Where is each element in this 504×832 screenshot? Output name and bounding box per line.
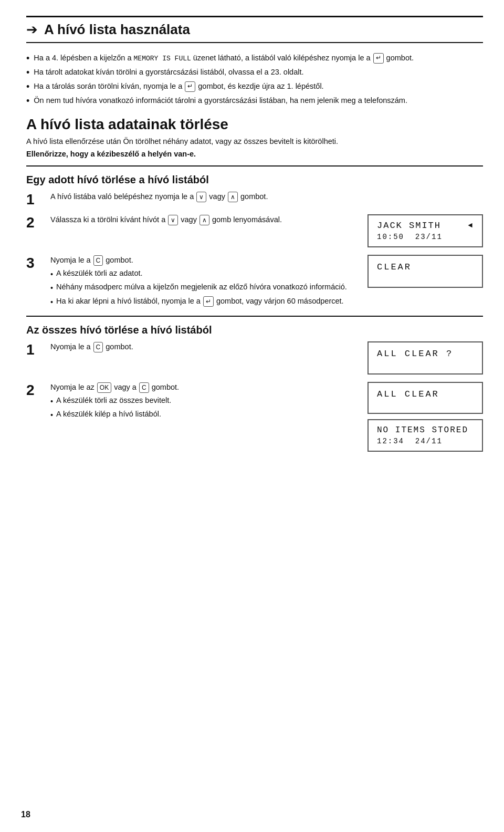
step-2-content: Válassza ki a törölni kívánt hívót a ∨ v…: [50, 214, 358, 226]
intro-bullet-2-text: Ha tárolt adatokat kíván törölni a gyors…: [34, 67, 303, 78]
page-title: A hívó lista használata: [44, 22, 190, 38]
step-3-content: Nyomja le a C gombot. • A készülék törli…: [50, 255, 358, 308]
step-1-content: A hívó listába való belépéshez nyomja le…: [50, 191, 483, 203]
all-step-2-content: Nyomja le az OK vagy a C gombot. • A kés…: [50, 382, 358, 421]
c-btn-all1: C: [93, 342, 103, 352]
subsection-all-heading: Az összes hívó törlése a hívó listából: [26, 324, 483, 336]
down-btn-s2: ∨: [168, 215, 178, 225]
ok-btn-all2: OK: [97, 382, 111, 393]
all-sub-bullet-2-1: • A készülék törli az összes bevitelt.: [50, 395, 358, 408]
single-step-2: 2 Válassza ki a törölni kívánt hívót a ∨…: [26, 214, 483, 247]
all-step-number-2: 2: [26, 383, 45, 398]
lcd-line1-jacksmith: JACK SMITH ◄: [377, 221, 474, 231]
lcd-allclear-text: ALL CLEAR: [377, 389, 439, 399]
up-btn-s2: ∧: [200, 215, 209, 225]
intro-bullet-4: • Ön nem tud hívóra vonatkozó információ…: [26, 95, 483, 107]
c-btn-s3: C: [93, 255, 103, 266]
lcd-jack-smith: JACK SMITH ◄ 10:50 23/11: [368, 214, 483, 247]
lcd-noitems-line1: NO ITEMS STORED: [377, 425, 474, 435]
intro-bullet-4-text: Ön nem tud hívóra vonatkozó információt …: [34, 95, 407, 106]
lcd-allclear-q: ALL CLEAR ?: [368, 341, 483, 375]
all-step-1-content: Nyomja le a C gombot.: [50, 341, 358, 353]
section-delete-para1: A hívó lista ellenőrzése után Ön törölhe…: [26, 136, 483, 148]
lcd-allclear: ALL CLEAR: [368, 382, 483, 414]
arrow-btn-s3: ↵: [203, 296, 214, 307]
arrow-btn-1: ↵: [373, 53, 384, 63]
sub-bullet-3-1: • A készülék törli az adatot.: [50, 268, 358, 280]
all-sub-dot-2-1: •: [50, 396, 53, 408]
sub-bullet-3-3: • Ha ki akar lépni a hívó listából, nyom…: [50, 296, 358, 308]
bullet-icon-1: •: [26, 53, 29, 64]
sub-bullet-dot-3-1: •: [50, 269, 53, 280]
intro-bullet-3: • Ha a tárolás során törölni kíván, nyom…: [26, 81, 483, 92]
step-number-3: 3: [26, 256, 45, 271]
intro-bullet-1: • Ha a 4. lépésben a kijelzőn a MEMORY I…: [26, 53, 483, 64]
step-2-display: JACK SMITH ◄ 10:50 23/11: [368, 214, 483, 247]
step-3-display: CLEAR: [368, 255, 483, 288]
down-btn-s1: ∨: [196, 192, 206, 202]
lcd-line2-jacksmith: 10:50 23/11: [377, 233, 474, 241]
intro-bullet-2: • Ha tárolt adatokat kíván törölni a gyo…: [26, 67, 483, 78]
single-step-3: 3 Nyomja le a C gombot. • A készülék tör…: [26, 255, 483, 308]
lcd-allclear-q-text: ALL CLEAR ?: [377, 349, 453, 359]
all-step-number-1: 1: [26, 342, 45, 357]
divider-2: [26, 316, 483, 317]
all-steps: 1 Nyomja le a C gombot. ALL CLEAR ? 2 Ny…: [26, 341, 483, 452]
sub-bullet-dot-3-2: •: [50, 283, 53, 294]
all-sub-dot-2-2: •: [50, 410, 53, 421]
single-step-1: 1 A hívó listába való belépéshez nyomja …: [26, 191, 483, 207]
section-delete-heading: A hívó lista adatainak törlése: [26, 116, 483, 133]
step-number-1: 1: [26, 192, 45, 207]
lcd-clear: CLEAR: [368, 255, 483, 288]
subsection-single-heading: Egy adott hívó törlése a hívó listából: [26, 174, 483, 186]
all-step-1-display: ALL CLEAR ?: [368, 341, 483, 375]
step-number-2: 2: [26, 215, 45, 230]
c-btn-all2: C: [139, 382, 149, 393]
single-steps: 1 A hívó listába való belépéshez nyomja …: [26, 191, 483, 308]
all-step-1: 1 Nyomja le a C gombot. ALL CLEAR ?: [26, 341, 483, 375]
page-header: ➔ A hívó lista használata: [26, 16, 483, 43]
lcd-clear-text: CLEAR: [377, 262, 412, 272]
bullet-icon-4: •: [26, 96, 29, 107]
bullet-icon-2: •: [26, 67, 29, 78]
lcd-noitems: NO ITEMS STORED 12:34 24/11: [368, 419, 483, 452]
up-btn-s1: ∧: [228, 192, 238, 202]
all-step-2-display: ALL CLEAR NO ITEMS STORED 12:34 24/11: [368, 382, 483, 452]
lcd-name: JACK SMITH: [377, 221, 441, 231]
section-delete-para2: Ellenőrizze, hogy a kézibeszélő a helyén…: [26, 150, 483, 158]
sub-bullet-dot-3-3: •: [50, 297, 53, 308]
header-arrow-icon: ➔: [26, 22, 38, 38]
divider: [26, 165, 483, 167]
sub-bullet-3-2: • Néhány másodperc múlva a kijelzőn megj…: [50, 282, 358, 294]
lcd-triangle-icon: ◄: [468, 221, 474, 230]
lcd-noitems-line2: 12:34 24/11: [377, 437, 474, 445]
arrow-btn-2: ↵: [185, 81, 195, 91]
all-sub-bullet-2-2: • A készülék kilép a hívó listából.: [50, 409, 358, 421]
intro-section: • Ha a 4. lépésben a kijelzőn a MEMORY I…: [26, 53, 483, 107]
all-step-2: 2 Nyomja le az OK vagy a C gombot. • A k…: [26, 382, 483, 452]
bullet-icon-3: •: [26, 81, 29, 92]
